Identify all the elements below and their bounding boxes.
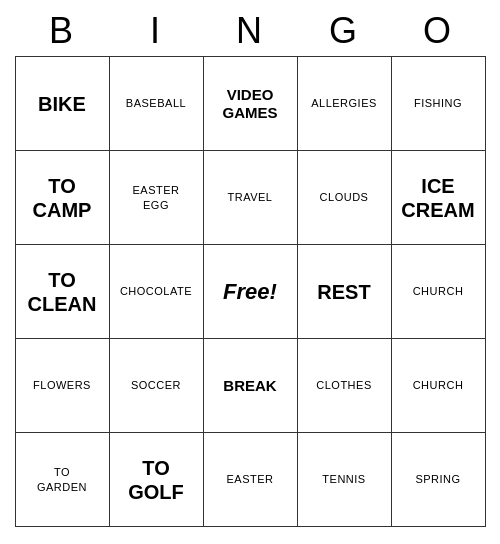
cell-text-9: ICE CREAM [401, 174, 474, 222]
bingo-cell-18: CLOTHES [298, 339, 392, 433]
bingo-cell-3: ALLERGIES [298, 57, 392, 151]
header-o: O [391, 10, 485, 52]
bingo-cell-21: TO GOLF [110, 433, 204, 527]
cell-text-2: VIDEO GAMES [222, 86, 277, 122]
bingo-cell-20: TO GARDEN [16, 433, 110, 527]
bingo-cell-9: ICE CREAM [392, 151, 486, 245]
cell-text-8: CLOUDS [320, 190, 369, 204]
bingo-cell-17: BREAK [204, 339, 298, 433]
cell-text-10: TO CLEAN [28, 268, 97, 316]
bingo-cell-1: BASEBALL [110, 57, 204, 151]
bingo-header: B I N G O [15, 10, 485, 52]
cell-text-21: TO GOLF [128, 456, 184, 504]
cell-text-13: REST [317, 280, 370, 304]
bingo-cell-0: BIKE [16, 57, 110, 151]
cell-text-4: FISHING [414, 96, 462, 110]
bingo-cell-19: CHURCH [392, 339, 486, 433]
cell-text-24: SPRING [415, 472, 460, 486]
cell-text-3: ALLERGIES [311, 96, 377, 110]
cell-text-18: CLOTHES [316, 378, 371, 392]
header-n: N [203, 10, 297, 52]
cell-text-19: CHURCH [413, 378, 464, 392]
bingo-cell-2: VIDEO GAMES [204, 57, 298, 151]
cell-text-14: CHURCH [413, 284, 464, 298]
cell-text-6: EASTER EGG [132, 183, 179, 212]
cell-text-16: SOCCER [131, 378, 181, 392]
header-i: I [109, 10, 203, 52]
bingo-cell-16: SOCCER [110, 339, 204, 433]
cell-text-7: TRAVEL [228, 190, 273, 204]
bingo-cell-10: TO CLEAN [16, 245, 110, 339]
cell-text-1: BASEBALL [126, 96, 186, 110]
bingo-cell-5: TO CAMP [16, 151, 110, 245]
cell-text-23: TENNIS [322, 472, 365, 486]
header-g: G [297, 10, 391, 52]
bingo-cell-15: FLOWERS [16, 339, 110, 433]
bingo-cell-7: TRAVEL [204, 151, 298, 245]
cell-text-12: Free! [223, 279, 277, 305]
bingo-cell-8: CLOUDS [298, 151, 392, 245]
bingo-cell-13: REST [298, 245, 392, 339]
bingo-cell-14: CHURCH [392, 245, 486, 339]
bingo-cell-4: FISHING [392, 57, 486, 151]
bingo-grid: BIKEBASEBALLVIDEO GAMESALLERGIESFISHINGT… [15, 56, 486, 527]
bingo-cell-22: EASTER [204, 433, 298, 527]
cell-text-0: BIKE [38, 92, 86, 116]
bingo-cell-23: TENNIS [298, 433, 392, 527]
bingo-cell-6: EASTER EGG [110, 151, 204, 245]
cell-text-22: EASTER [226, 472, 273, 486]
cell-text-15: FLOWERS [33, 378, 91, 392]
bingo-cell-12: Free! [204, 245, 298, 339]
bingo-cell-24: SPRING [392, 433, 486, 527]
cell-text-5: TO CAMP [33, 174, 92, 222]
header-b: B [15, 10, 109, 52]
cell-text-20: TO GARDEN [37, 465, 87, 494]
cell-text-17: BREAK [223, 377, 276, 395]
bingo-cell-11: CHOCOLATE [110, 245, 204, 339]
cell-text-11: CHOCOLATE [120, 284, 192, 298]
